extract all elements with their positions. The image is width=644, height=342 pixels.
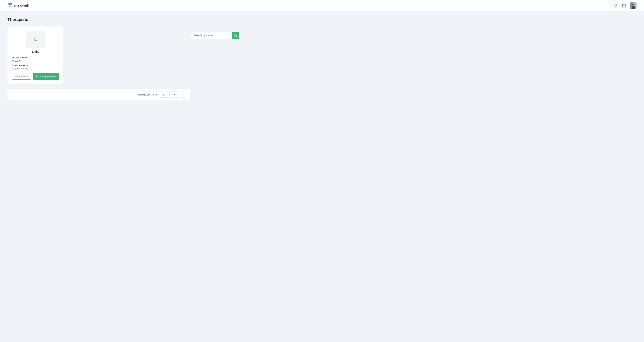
qualifications-label: Qualifications [12, 56, 59, 59]
calendar-icon[interactable] [621, 2, 627, 9]
pagination-prev-button[interactable] [172, 92, 178, 97]
therapist-avatar: E [26, 31, 45, 48]
pagination-bar: The page you're on [8, 89, 190, 100]
specialises-value: Psychotherapy [12, 67, 59, 70]
favorites-icon[interactable] [612, 2, 618, 9]
therapist-card: E Emily Qualifications M.B.B.S Specialis… [8, 26, 64, 84]
page-number-input[interactable] [160, 92, 170, 97]
page-title: Therapists [8, 17, 254, 22]
therapist-name: Emily [12, 50, 59, 53]
logo-icon [8, 2, 13, 9]
search-container [191, 32, 239, 39]
pagination-next-button[interactable] [180, 92, 186, 97]
view-profile-button[interactable]: View Profile [12, 73, 31, 80]
main-content: Therapists E Emily Qualifications M.B.B.… [0, 11, 261, 106]
logo[interactable]: mindwell [8, 2, 29, 9]
header-icons [612, 2, 636, 9]
svg-rect-7 [632, 6, 635, 9]
svg-rect-6 [632, 4, 634, 5]
pagination-label: The page you're on [135, 93, 158, 96]
content-area: Therapists E Emily Qualifications M.B.B.… [8, 17, 254, 100]
card-buttons: View Profile Book Appointment [12, 73, 59, 80]
header: mindwell [0, 0, 644, 11]
user-avatar[interactable] [630, 2, 636, 9]
search-button[interactable] [232, 32, 239, 39]
book-appointment-button[interactable]: Book Appointment [33, 73, 59, 80]
qualifications-value: M.B.B.S [12, 59, 59, 62]
search-input[interactable] [191, 32, 232, 39]
specialises-label: Specialises in [12, 64, 59, 67]
svg-rect-0 [622, 4, 626, 7]
logo-text: mindwell [14, 3, 29, 8]
svg-line-9 [236, 36, 237, 36]
avatar-initial: E [34, 37, 37, 42]
